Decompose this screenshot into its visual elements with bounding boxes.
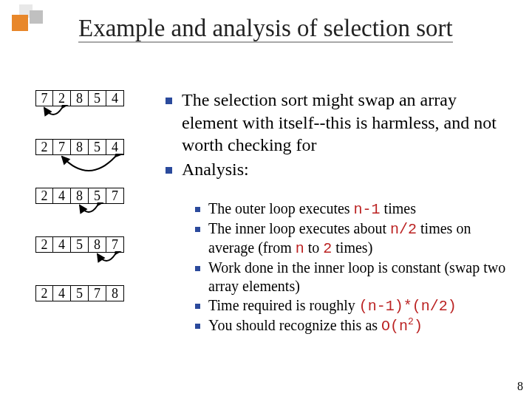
- bullet-main: The selection sort might swap an array e…: [163, 89, 514, 157]
- page-number: 8: [517, 380, 523, 393]
- array-cell: 8: [106, 285, 124, 301]
- array-state: 72854: [35, 90, 146, 134]
- array-cell: 8: [71, 188, 89, 204]
- array-cell: 4: [53, 285, 71, 301]
- bullet-sub: The inner loop executes about n/2 times …: [192, 219, 513, 259]
- array-cell: 4: [53, 188, 71, 204]
- array-cell: 2: [53, 90, 71, 106]
- swap-arrow-icon: [35, 105, 124, 133]
- array-cell: 2: [35, 139, 53, 155]
- array-cell: 5: [89, 139, 106, 155]
- slide-title: Example and analysis of selection sort: [78, 15, 453, 42]
- array-state: 24857: [35, 188, 146, 232]
- array-cell: 4: [106, 139, 124, 155]
- array-cell: 7: [106, 188, 124, 204]
- array-cell: 8: [71, 90, 89, 106]
- array-cell: 5: [71, 236, 89, 253]
- swap-arrow-icon: [35, 251, 124, 279]
- bullet-sub: You should recognize this as O(n2): [192, 316, 513, 336]
- bullet-main: Analysis:: [163, 158, 514, 181]
- array-state: 24587: [35, 236, 146, 281]
- array-cell: 7: [53, 139, 71, 155]
- array-cell: 4: [53, 236, 71, 253]
- array-cell: 5: [89, 90, 106, 106]
- array-cell: 4: [106, 90, 124, 106]
- swap-arrow-icon: [35, 154, 124, 182]
- array-cell: 2: [35, 285, 53, 301]
- sub-bullets: The outer loop executes n-1 times The in…: [192, 195, 513, 335]
- swap-arrow-icon: [35, 202, 124, 231]
- array-cell: 5: [89, 188, 106, 204]
- array-cell: 2: [35, 188, 53, 204]
- array-cell: 7: [35, 90, 53, 106]
- array-cell: 2: [35, 236, 53, 253]
- array-cell: 8: [71, 139, 89, 155]
- array-cell: 8: [89, 236, 106, 253]
- bullet-sub: The outer loop executes n-1 times: [192, 200, 513, 219]
- array-cell: 5: [71, 285, 89, 301]
- bullet-sub: Time required is roughly (n-1)*(n/2): [192, 296, 513, 316]
- array-state: 27854: [35, 139, 146, 183]
- array-states-column: 7285427854248572458724578: [35, 90, 146, 334]
- main-bullets: The selection sort might swap an array e…: [163, 89, 514, 183]
- array-cell: 7: [89, 285, 106, 301]
- title-text: Example and analysis of selection sort: [78, 15, 453, 43]
- array-cell: 7: [106, 236, 124, 253]
- array-state: 24578: [35, 285, 146, 330]
- bullet-sub: Work done in the inner loop is constant …: [192, 259, 513, 296]
